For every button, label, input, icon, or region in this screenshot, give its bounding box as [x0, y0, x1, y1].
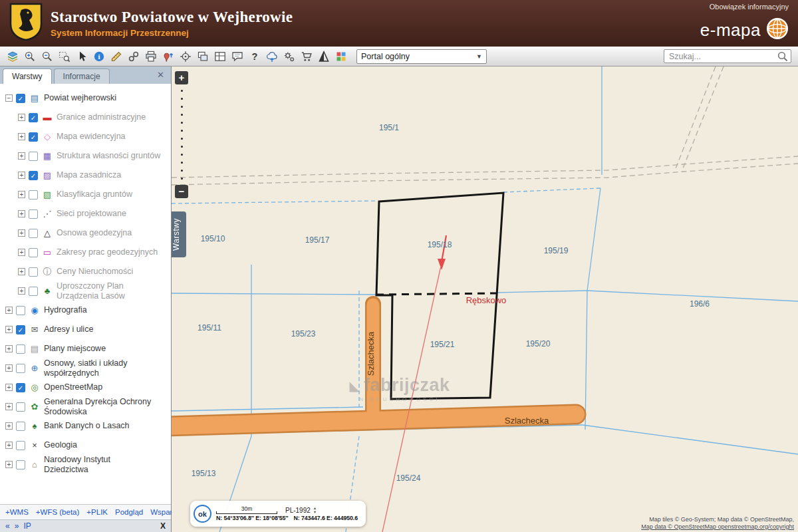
- share-button[interactable]: [263, 48, 280, 65]
- zoom-out-button[interactable]: [39, 48, 55, 65]
- layer-checkbox[interactable]: [29, 229, 38, 238]
- layer-item[interactable]: +✓✉Adresy i ulice: [3, 320, 171, 339]
- portal-select[interactable]: Portal ogólny ▼: [356, 49, 487, 64]
- tab-informacje[interactable]: Informacje: [54, 68, 110, 84]
- legend-button[interactable]: [332, 48, 349, 65]
- layer-item[interactable]: +ⓘCeny Nieruchomości: [3, 262, 171, 281]
- info-obligation-link[interactable]: Obowiązek informacyjny: [710, 3, 789, 11]
- layer-item[interactable]: +♣Uproszczony Plan Urządzenia Lasów: [3, 281, 171, 301]
- expand-icon[interactable]: +: [5, 345, 13, 352]
- layer-item[interactable]: +⋰Sieci projektowane: [3, 204, 171, 223]
- layer-item[interactable]: +✓▨Mapa zasadnicza: [3, 166, 171, 185]
- zoom-out-button[interactable]: −: [175, 185, 188, 198]
- add-marker-button[interactable]: [160, 48, 176, 65]
- wfs-link[interactable]: +WFS (beta): [36, 508, 80, 516]
- locate-button[interactable]: [177, 48, 194, 65]
- layer-item[interactable]: +✓◎OpenStreetMap: [3, 378, 171, 397]
- expand-icon[interactable]: +: [5, 461, 13, 468]
- layer-checkbox[interactable]: ✓: [29, 171, 38, 180]
- link-button[interactable]: [125, 48, 142, 65]
- info-button[interactable]: i: [90, 48, 107, 65]
- expand-icon[interactable]: +: [5, 442, 13, 449]
- layer-item[interactable]: +▧Klasyfikacja gruntów: [3, 185, 171, 204]
- crs-select[interactable]: PL-1992 ▲▼: [285, 506, 317, 514]
- layers-button[interactable]: [4, 48, 21, 65]
- layer-checkbox[interactable]: ✓: [29, 132, 38, 142]
- expand-icon[interactable]: +: [18, 114, 25, 121]
- layer-checkbox[interactable]: ✓: [16, 325, 25, 334]
- search-icon[interactable]: [777, 51, 789, 65]
- layer-item[interactable]: +△Osnowa geodezyjna: [3, 223, 171, 243]
- layer-item[interactable]: +✓◇Mapa ewidencyjna: [3, 127, 171, 146]
- layer-checkbox[interactable]: ✓: [16, 94, 25, 103]
- layer-checkbox[interactable]: [29, 209, 38, 219]
- expand-icon[interactable]: +: [18, 287, 25, 295]
- layer-checkbox[interactable]: [29, 287, 38, 296]
- layer-item[interactable]: +⊕Osnowy, siatki i układy współrzędnych: [3, 358, 171, 378]
- copy-view-button[interactable]: [194, 48, 211, 65]
- cart-button[interactable]: [298, 48, 315, 65]
- tab-warstwy[interactable]: Warstwy: [3, 68, 52, 84]
- zoom-slider[interactable]: [181, 90, 183, 180]
- expand-icon[interactable]: +: [5, 364, 13, 372]
- search-input[interactable]: [664, 49, 791, 63]
- layer-item[interactable]: +◉Hydrografia: [3, 301, 171, 320]
- podglad-link[interactable]: Podgląd: [115, 508, 143, 516]
- wms-link[interactable]: +WMS: [5, 508, 29, 516]
- expand-icon[interactable]: +: [18, 249, 25, 256]
- measure-button[interactable]: [108, 48, 124, 65]
- map-area[interactable]: 195/1195/10195/17195/18195/19196/6195/11…: [172, 66, 798, 532]
- layer-item[interactable]: +▦Struktura własności gruntów: [3, 146, 171, 166]
- zoom-selection-button[interactable]: [56, 48, 72, 65]
- ip-link[interactable]: IP: [23, 521, 31, 531]
- help-button[interactable]: ?: [246, 48, 263, 65]
- layer-checkbox[interactable]: [16, 422, 25, 431]
- expand-icon[interactable]: +: [5, 326, 13, 333]
- expand-icon[interactable]: +: [18, 133, 25, 140]
- expand-icon[interactable]: +: [18, 172, 25, 179]
- vertical-tab-warstwy[interactable]: Warstwy: [172, 211, 186, 257]
- layer-checkbox[interactable]: [29, 190, 38, 200]
- zoom-in-button[interactable]: [21, 48, 38, 65]
- expand-icon[interactable]: +: [5, 403, 13, 410]
- expand-icon[interactable]: +: [5, 422, 13, 430]
- print-button[interactable]: [142, 48, 159, 65]
- layer-item[interactable]: +⌂Narodowy Instytut Dziedzictwa: [3, 455, 171, 474]
- layer-item[interactable]: +✓▬Granice administracyjne: [3, 108, 171, 127]
- layer-item[interactable]: +▤Plany miejscowe: [3, 339, 171, 358]
- layer-item[interactable]: +♠Bank Danych o Lasach: [3, 416, 171, 436]
- layer-checkbox[interactable]: [29, 248, 38, 257]
- layer-item[interactable]: +✿Generalna Dyrekcja Ochrony Środowiska: [3, 397, 171, 416]
- close-panel-icon[interactable]: ✕: [153, 68, 168, 81]
- layer-item[interactable]: −✓▤Powiat wejherowski: [3, 88, 171, 108]
- layer-checkbox[interactable]: [16, 402, 25, 412]
- layer-checkbox[interactable]: [16, 460, 25, 469]
- layer-checkbox[interactable]: [29, 267, 38, 277]
- collapse-icon[interactable]: −: [5, 94, 13, 102]
- expand-icon[interactable]: +: [18, 152, 25, 160]
- layout-button[interactable]: [211, 48, 228, 65]
- zoom-in-button[interactable]: +: [175, 71, 188, 84]
- layer-checkbox[interactable]: [16, 344, 25, 354]
- layer-checkbox[interactable]: [16, 441, 25, 450]
- expand-icon[interactable]: +: [18, 191, 25, 198]
- comments-button[interactable]: [229, 48, 245, 65]
- expand-icon[interactable]: +: [18, 268, 25, 275]
- expand-icon[interactable]: +: [18, 210, 25, 217]
- layer-checkbox[interactable]: [16, 306, 25, 315]
- layer-checkbox[interactable]: ✓: [29, 113, 38, 122]
- layer-checkbox[interactable]: ✓: [16, 383, 25, 392]
- layer-checkbox[interactable]: [16, 364, 25, 373]
- plik-link[interactable]: +PLIK: [86, 508, 108, 516]
- layer-item[interactable]: +×Geologia: [3, 436, 171, 455]
- ok-button[interactable]: ok: [194, 505, 211, 523]
- layer-item[interactable]: +▭Zakresy prac geodezyjnych: [3, 243, 171, 262]
- north-arrow-button[interactable]: [315, 48, 332, 65]
- expand-icon[interactable]: +: [5, 384, 13, 391]
- pointer-button[interactable]: [73, 48, 90, 65]
- next-arrow[interactable]: »: [15, 521, 19, 531]
- layer-checkbox[interactable]: [29, 152, 38, 161]
- close-sidebar-button[interactable]: X: [160, 521, 166, 531]
- settings-button[interactable]: [281, 48, 297, 65]
- expand-icon[interactable]: +: [5, 307, 13, 314]
